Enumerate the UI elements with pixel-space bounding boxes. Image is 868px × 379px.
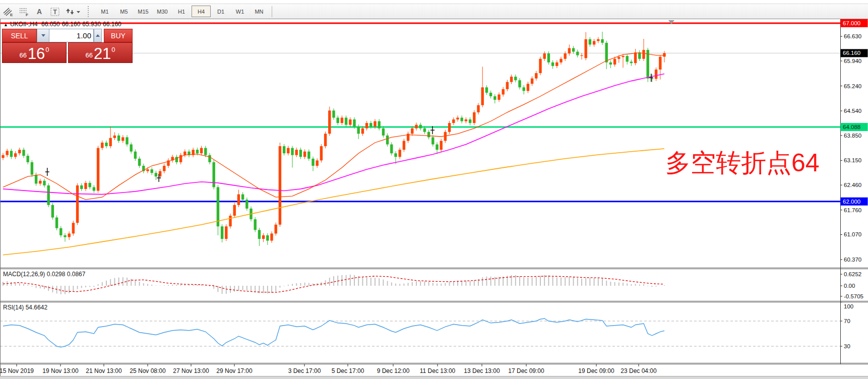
candle-body [320,146,323,160]
candle-body [72,223,75,233]
candle-body [539,59,541,73]
candle-body [341,117,343,123]
candle-body [369,123,372,127]
text-tool-button[interactable]: A [32,6,46,17]
rsi-name: RSI(14) [3,304,24,311]
candle-body [427,132,430,138]
candle-body [440,141,443,150]
candle-body [27,156,29,162]
arrows-tool-button[interactable] [64,6,82,17]
candle-body [601,39,603,43]
candle-body [109,138,112,146]
candle-body [572,48,575,52]
toolbar-grip[interactable] [88,6,91,17]
sell-price-sup: 0 [45,46,49,53]
candle-body [204,148,207,155]
candle-body [605,43,608,62]
candle-body [506,82,509,89]
candle-body [564,53,567,59]
ohlc-close: 66.160 [103,21,121,28]
rsi-axis-label: 100 [844,303,853,309]
rsi-axis-label: 70 [844,318,850,324]
candle-body [279,146,281,225]
candle-body [84,183,87,189]
sell-price-prefix: 66 [19,51,26,59]
candle-body [452,119,455,123]
candle-body [448,123,451,132]
timeframe-button-m30[interactable]: M30 [153,6,171,17]
text-tool-icon: A [34,7,45,17]
candle-body [312,159,314,166]
candle-body [324,134,327,146]
candle-body [138,159,141,166]
candle-body [303,152,306,157]
time-axis-label: 19 Nov 13:00 [42,367,79,374]
candle-body [307,152,310,159]
candle-body [535,73,537,79]
timeframe-button-m1[interactable]: M1 [96,6,114,17]
candle-body [456,117,459,119]
chart-text-annotation[interactable]: 多空转折点64 [665,146,820,180]
candle-body [444,132,447,141]
timeframe-button-d1[interactable]: D1 [212,6,230,17]
time-axis-label: 25 Nov 08:00 [130,367,166,374]
rsi-axis-label: 30 [844,343,850,349]
candle-body [361,129,364,134]
fibonacci-retracement-icon: F [18,7,29,17]
candle-body [10,151,13,157]
candle-body [617,57,620,59]
fibonacci-retracement-button[interactable]: F [17,6,30,17]
timeframe-button-m5[interactable]: M5 [115,6,133,17]
sell-price-button[interactable]: 66 16 0 [2,42,67,63]
candle-body [200,148,203,154]
candle-body [365,123,368,129]
candle-body [6,151,9,155]
price-axis-label: 64.540 [844,108,861,114]
candle-body [630,61,633,63]
candle-body [275,225,277,234]
candle-body [485,87,488,93]
candle-body [386,136,389,145]
price-axis-label: 60.370 [844,257,861,263]
volume-decrease-button[interactable] [37,29,49,42]
timeframe-button-mn[interactable]: MN [250,6,268,17]
toolbar: E F A T [0,4,868,19]
volume-input[interactable] [49,29,93,42]
candle-body [585,39,587,58]
arrows-tool-icon [64,7,81,17]
price-axis-label: 65.940 [844,58,861,64]
equidistant-channel-button[interactable]: E [1,6,15,17]
timeframe-button-h1[interactable]: H1 [172,6,191,17]
sell-button[interactable]: SELL [2,29,37,42]
macd-axis-label: 0.6252 [844,271,861,277]
buy-price-prefix: 66 [85,51,92,59]
buy-button[interactable]: BUY [104,29,133,42]
candle-body [130,145,133,152]
timeframe-button-w1[interactable]: W1 [231,6,249,17]
time-axis-label: 9 Dec 12:00 [377,367,410,374]
time-axis-label: 3 Dec 17:00 [288,367,321,374]
candle-body [14,153,17,157]
candle-body [80,185,83,189]
macd-indicator-label: MACD(12,26,9) 0.0298 0.0867 [3,271,85,278]
candle-body [357,127,360,134]
candle-body [593,41,595,44]
candle-body [121,137,124,141]
chevron-down-icon [41,34,45,37]
price-axis-label: 65.240 [844,83,861,89]
candle-body [225,226,227,239]
candle-body [551,62,554,66]
timeframe-button-m15[interactable]: M15 [134,6,152,17]
volume-increase-button[interactable] [94,29,102,42]
candle-body [431,137,434,144]
buy-price-button[interactable]: 66 21 0 [68,42,133,63]
candle-body [146,169,149,171]
chevron-up-icon [96,34,100,37]
timeframe-button-h4[interactable]: H4 [192,6,211,17]
text-label-tool-button[interactable]: T [48,6,61,17]
candle-body [638,52,641,59]
candle-body [543,53,546,59]
candle-body [47,185,50,205]
candle-body [55,218,58,228]
candle-body [514,77,517,80]
